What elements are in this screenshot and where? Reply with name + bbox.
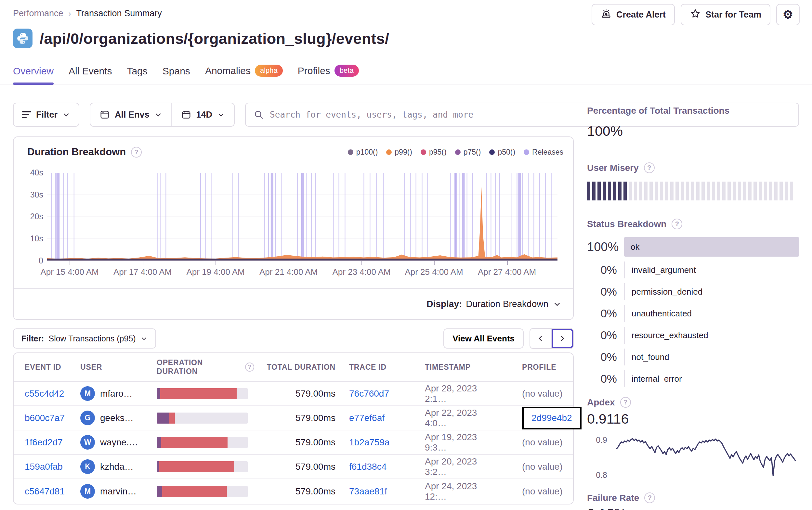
transactions-filter-dropdown[interactable]: Filter: Slow Transactions (p95)	[13, 328, 156, 349]
column-header-timestamp: TIMESTAMP	[405, 363, 501, 371]
timestamp: Apr 28, 2023 2:1…	[405, 383, 501, 404]
avatar: M	[80, 386, 95, 401]
misery-bar-empty	[634, 182, 637, 201]
legend-item-Releases[interactable]: Releases	[524, 148, 563, 157]
status-bar-zone: ok	[624, 237, 799, 257]
profile-no-value: (no value)	[522, 486, 563, 497]
tab-all-events[interactable]: All Events	[68, 66, 112, 84]
tab-tags[interactable]: Tags	[127, 66, 147, 84]
trace-id-link[interactable]: f61d38c4	[349, 461, 386, 472]
misery-bar-empty	[696, 182, 699, 201]
pagination	[529, 328, 574, 349]
misery-bar-filled	[618, 182, 621, 201]
breadcrumb-performance[interactable]: Performance	[13, 8, 63, 19]
legend-item-p100[interactable]: p100()	[348, 148, 378, 157]
event-id-link[interactable]: c5647d81	[25, 486, 65, 497]
timestamp: Apr 24, 2023 12:…	[405, 481, 501, 502]
misery-bar-empty	[712, 182, 715, 201]
status-row-unauthenticated: 0%unauthenticated	[587, 305, 799, 322]
settings-button[interactable]: ⚙	[776, 4, 800, 25]
misery-bar-empty	[675, 182, 679, 201]
help-icon[interactable]: ?	[644, 492, 655, 503]
help-icon[interactable]: ?	[245, 362, 254, 371]
trace-id-link[interactable]: 76c760d7	[349, 389, 389, 398]
create-alert-button[interactable]: Create Alert	[591, 4, 675, 25]
avatar: M	[80, 484, 95, 499]
status-row-internal_error: 0%internal_error	[587, 370, 799, 387]
env-date-group: All Envs 14D	[90, 103, 235, 127]
display-dropdown[interactable]: Duration Breakdown	[466, 299, 561, 309]
display-label: Display:	[427, 299, 462, 309]
trace-id-link[interactable]: 1b2a759a	[349, 437, 390, 447]
environment-dropdown[interactable]: All Envs	[90, 103, 171, 126]
event-id-link[interactable]: 159a0fab	[25, 461, 63, 472]
view-all-events-button[interactable]: View All Events	[443, 328, 524, 349]
tab-anomalies[interactable]: Anomaliesalpha	[205, 65, 283, 84]
trace-id-link[interactable]: 73aae81f	[349, 486, 387, 497]
column-header-operation-duration: OPERATION DURATION?	[157, 358, 254, 376]
display-value: Duration Breakdown	[466, 299, 548, 309]
status-row-permission_denied: 0%permission_denied	[587, 283, 799, 300]
help-icon[interactable]: ?	[672, 219, 682, 229]
event-id-link[interactable]: b600c7a7	[25, 413, 65, 423]
misery-bar-empty	[727, 182, 731, 201]
column-header-total-duration: TOTAL DURATION	[254, 363, 336, 371]
apdex-sparkline-chart	[615, 429, 797, 486]
total-duration: 579.00ms	[254, 437, 336, 448]
help-icon[interactable]: ?	[644, 162, 655, 173]
filter-dropdown[interactable]: Filter	[13, 103, 79, 127]
y-axis-tick: 40s	[14, 168, 43, 177]
next-page-button[interactable]	[552, 329, 573, 348]
legend-item-p99[interactable]: p99()	[386, 148, 412, 157]
trace-id-link[interactable]: e77ef6af	[349, 413, 384, 423]
legend-label: p50()	[498, 148, 515, 157]
legend-item-p50[interactable]: p50()	[489, 148, 515, 157]
date-range-dropdown[interactable]: 14D	[171, 103, 234, 126]
user-cell: Wwayne.…	[80, 435, 157, 450]
x-axis-tick-mark	[507, 261, 508, 265]
chart-footer: Display: Duration Breakdown	[13, 288, 573, 319]
y-axis-tick: 0	[14, 256, 43, 265]
help-icon[interactable]: ?	[131, 147, 142, 157]
timestamp: Apr 19, 2023 9:3…	[405, 432, 501, 453]
misery-bar-empty	[769, 182, 772, 201]
gear-icon: ⚙	[783, 8, 793, 22]
legend-item-p95[interactable]: p95()	[420, 148, 446, 157]
help-icon[interactable]: ?	[620, 397, 631, 408]
status-bar-zone: not_found	[624, 349, 799, 365]
apdex-heading: Apdex?	[587, 397, 799, 408]
filter-icon	[22, 110, 31, 120]
environment-value: All Envs	[115, 110, 149, 120]
event-id-link[interactable]: 1f6ed2d7	[25, 437, 63, 447]
user-name: marvin…	[100, 486, 137, 497]
legend-dot	[348, 149, 353, 155]
misery-bar-filled	[598, 182, 601, 201]
tab-profiles[interactable]: Profilesbeta	[298, 65, 359, 84]
breadcrumb-chevron-icon: ›	[68, 9, 71, 18]
header-actions: Create Alert Star for Team ⚙	[591, 4, 800, 25]
legend-label: p95()	[429, 148, 446, 157]
status-row-invalid_argument: 0%invalid_argument	[587, 262, 799, 278]
tab-label: Profiles	[298, 65, 330, 76]
transactions-filter-value: Slow Transactions (p95)	[49, 334, 136, 343]
previous-page-button[interactable]	[530, 329, 552, 348]
legend-item-p75[interactable]: p75()	[455, 148, 481, 157]
status-label: resource_exhausted	[632, 330, 708, 340]
star-for-team-button[interactable]: Star for Team	[681, 4, 771, 25]
star-for-team-label: Star for Team	[705, 10, 761, 20]
chevron-left-icon	[537, 335, 545, 342]
misery-bar-empty	[748, 182, 752, 201]
column-header-event-id: EVENT ID	[13, 363, 80, 371]
event-id-link[interactable]: c55c4d42	[25, 389, 64, 398]
tab-spans[interactable]: Spans	[163, 66, 190, 84]
misery-bar-empty	[670, 182, 673, 201]
tab-overview[interactable]: Overview	[13, 66, 54, 84]
filter-dropdown-label: Filter	[36, 110, 58, 120]
avatar: W	[80, 435, 95, 450]
status-row-not_found: 0%not_found	[587, 349, 799, 365]
misery-bar-empty	[774, 182, 778, 201]
chart-header: Duration Breakdown ? p100()p99()p95()p75…	[13, 137, 573, 167]
timestamp: Apr 22, 2023 4:0…	[405, 408, 501, 428]
profile-link[interactable]: 2d99e4b2	[531, 413, 572, 423]
status-value: 100%	[587, 240, 617, 254]
